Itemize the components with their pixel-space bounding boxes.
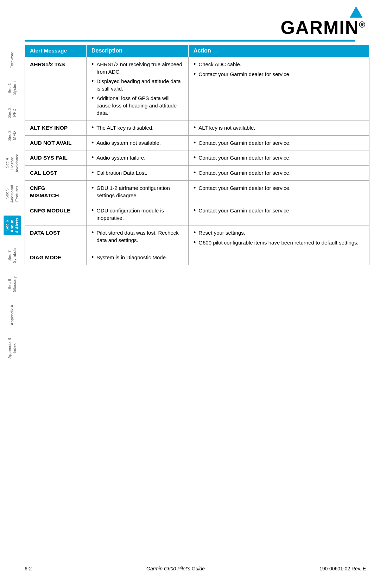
- description-cell: System is in Diagnostic Mode.: [87, 250, 189, 265]
- list-item: GDU configuration module is inoperative.: [91, 207, 183, 222]
- table-row: AUD SYS FAIL Audio system failure. Conta…: [25, 150, 369, 166]
- action-cell: ALT key is not available.: [189, 120, 369, 136]
- table-row: AUD NOT AVAIL Audio system not available…: [25, 135, 369, 150]
- sidebar-item-appendixb[interactable]: Appendix BIndex: [7, 338, 17, 359]
- table-row: DIAG MODE System is in Diagnostic Mode.: [25, 250, 369, 265]
- alert-cell: ALT KEY INOP: [25, 120, 87, 136]
- table-container: Alert Message Description Action AHRS1/2…: [25, 44, 380, 552]
- table-header-row: Alert Message Description Action: [25, 45, 369, 57]
- list-item: ALT key is not available.: [194, 124, 364, 132]
- garmin-wordmark: GARMIN®: [280, 18, 366, 37]
- footer-page-number: 6-2: [25, 566, 32, 571]
- table-row: CNFGMISMATCH GDU 1-2 airframe configurat…: [25, 180, 369, 203]
- alert-cell: AUD SYS FAIL: [25, 150, 87, 166]
- list-item: Audio system failure.: [91, 154, 183, 162]
- list-item: Reset your settings.: [194, 229, 364, 237]
- action-cell: Contact your Garmin dealer for service.: [189, 166, 369, 181]
- main-container: Foreword Sec 1System Sec 2PFD Sec 3MFD S…: [0, 42, 380, 552]
- header: GARMIN®: [0, 0, 380, 40]
- description-cell: The ALT key is disabled.: [87, 120, 189, 136]
- list-item: Audio system not available.: [91, 139, 183, 147]
- list-item: AHRS1/2 not receiving true airspeed from…: [91, 61, 183, 75]
- list-item: Contact your Garmin dealer for service.: [194, 169, 364, 177]
- table-row: DATA LOST Pilot stored data was lost. Re…: [25, 225, 369, 250]
- sidebar-item-sec3[interactable]: Sec 3MFD: [7, 130, 17, 141]
- description-cell: Audio system not available.: [87, 135, 189, 150]
- sidebar-item-sec4[interactable]: Sec 4HazardAvoidance: [5, 154, 19, 173]
- action-cell: Contact your Garmin dealer for service.: [189, 135, 369, 150]
- alert-cell: AUD NOT AVAIL: [25, 135, 87, 150]
- sidebar-item-foreword[interactable]: Foreword: [10, 51, 15, 69]
- footer: 6-2 Garmin G600 Pilot's Guide 190-00601-…: [0, 559, 380, 575]
- table-row: CNFG MODULE GDU configuration module is …: [25, 203, 369, 225]
- description-cell: Pilot stored data was lost. Recheck data…: [87, 225, 189, 250]
- footer-doc-number: 190-00601-02 Rev. E: [319, 566, 366, 571]
- list-item: G600 pilot configurable items have been …: [194, 239, 364, 247]
- list-item: Contact your Garmin dealer for service.: [194, 139, 364, 147]
- garmin-text: GARMIN: [280, 17, 359, 38]
- action-cell: [189, 250, 369, 265]
- sidebar-item-sec1[interactable]: Sec 1System: [7, 81, 17, 95]
- alert-cell: AHRS1/2 TAS: [25, 57, 87, 120]
- footer-title: Garmin G600 Pilot's Guide: [146, 566, 205, 571]
- action-cell: Check ADC cable. Contact your Garmin dea…: [189, 57, 369, 120]
- alert-cell: CNFGMISMATCH: [25, 180, 87, 203]
- sidebar-item-sec5[interactable]: Sec 5AdditionalFeatures: [5, 185, 19, 203]
- sidebar-item-sec6[interactable]: Sec 6Annun.& Alerts: [4, 216, 21, 235]
- alert-cell: DATA LOST: [25, 225, 87, 250]
- alert-cell: DIAG MODE: [25, 250, 87, 265]
- garmin-logo: GARMIN®: [280, 6, 366, 37]
- list-item: Calibration Data Lost.: [91, 169, 183, 177]
- list-item: The ALT key is disabled.: [91, 124, 183, 132]
- col-description-header: Description: [87, 45, 189, 57]
- table-row: ALT KEY INOP The ALT key is disabled. AL…: [25, 120, 369, 136]
- sidebar-item-sec8[interactable]: Sec 8Glossary: [7, 276, 17, 292]
- garmin-triangle-icon: [350, 6, 362, 18]
- description-cell: Calibration Data Lost.: [87, 166, 189, 181]
- list-item: Contact your Garmin dealer for service.: [194, 207, 364, 215]
- description-cell: GDU 1-2 airframe configuration settings …: [87, 180, 189, 203]
- action-cell: Reset your settings. G600 pilot configur…: [189, 225, 369, 250]
- alerts-table: Alert Message Description Action AHRS1/2…: [25, 44, 369, 265]
- description-cell: AHRS1/2 not receiving true airspeed from…: [87, 57, 189, 120]
- table-row: AHRS1/2 TAS AHRS1/2 not receiving true a…: [25, 57, 369, 120]
- description-cell: GDU configuration module is inoperative.: [87, 203, 189, 225]
- action-cell: Contact your Garmin dealer for service.: [189, 180, 369, 203]
- sidebar-item-appendixa[interactable]: Appendix A: [10, 305, 15, 325]
- list-item: Contact your Garmin dealer for service.: [194, 184, 364, 192]
- list-item: Pilot stored data was lost. Recheck data…: [91, 229, 183, 244]
- garmin-dot: ®: [359, 20, 366, 29]
- sidebar: Foreword Sec 1System Sec 2PFD Sec 3MFD S…: [0, 42, 25, 552]
- alert-cell: CAL LOST: [25, 166, 87, 181]
- list-item: Displayed heading and attitude data is s…: [91, 78, 183, 92]
- action-cell: Contact your Garmin dealer for service.: [189, 150, 369, 166]
- list-item: Check ADC cable.: [194, 61, 364, 68]
- description-cell: Audio system failure.: [87, 150, 189, 166]
- list-item: Contact your Garmin dealer for service.: [194, 154, 364, 162]
- list-item: Additional loss of GPS data will cause l…: [91, 94, 183, 117]
- sidebar-item-sec2[interactable]: Sec 2PFD: [7, 107, 17, 118]
- col-alert-header: Alert Message: [25, 45, 87, 57]
- list-item: GDU 1-2 airframe configuration settings …: [91, 184, 183, 199]
- alert-cell: CNFG MODULE: [25, 203, 87, 225]
- table-row: CAL LOST Calibration Data Lost. Contact …: [25, 166, 369, 181]
- sidebar-item-sec7[interactable]: Sec 7Symbols: [7, 248, 17, 263]
- col-action-header: Action: [189, 45, 369, 57]
- list-item: Contact your Garmin dealer for service.: [194, 70, 364, 78]
- action-cell: Contact your Garmin dealer for service.: [189, 203, 369, 225]
- list-item: System is in Diagnostic Mode.: [91, 254, 183, 261]
